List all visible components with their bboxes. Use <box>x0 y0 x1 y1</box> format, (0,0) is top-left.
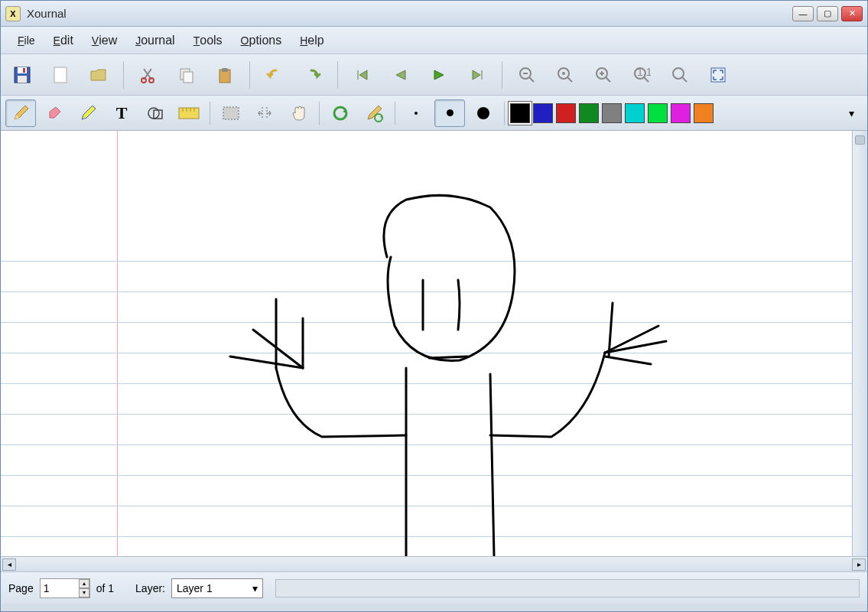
pencil-tool[interactable] <box>5 99 36 127</box>
go-prev-button[interactable] <box>384 60 418 90</box>
separator <box>319 102 320 125</box>
menu-file[interactable]: File <box>8 31 44 50</box>
color-green[interactable] <box>579 103 599 123</box>
page-total: of 1 <box>96 582 114 594</box>
menu-help[interactable]: Help <box>291 31 333 50</box>
fullscreen-button[interactable] <box>701 60 735 90</box>
cut-button[interactable] <box>132 60 165 90</box>
statusbar: Page ▴ ▾ of 1 Layer: Layer 1 ▾ <box>1 571 867 604</box>
ruler-tool[interactable] <box>174 99 204 127</box>
svg-rect-34 <box>223 107 239 119</box>
color-blue[interactable] <box>533 103 553 123</box>
color-gray[interactable] <box>602 103 622 123</box>
page-up-button[interactable]: ▴ <box>79 579 89 588</box>
svg-point-24 <box>673 68 684 79</box>
color-orange[interactable] <box>694 103 714 123</box>
zoom-in-button[interactable] <box>587 60 620 90</box>
svg-point-37 <box>334 107 346 119</box>
color-red[interactable] <box>556 103 576 123</box>
eraser-tool[interactable] <box>39 99 70 127</box>
svg-line-40 <box>429 356 467 358</box>
svg-rect-2 <box>23 68 25 73</box>
svg-point-16 <box>562 72 565 75</box>
menu-edit[interactable]: Edit <box>44 31 83 50</box>
highlighter-tool[interactable] <box>73 99 103 127</box>
dot-medium[interactable] <box>434 99 465 127</box>
layer-selector[interactable]: Layer 1 ▾ <box>171 578 263 598</box>
scrollbar-thumb[interactable] <box>855 135 865 145</box>
page-down-button[interactable]: ▾ <box>79 588 89 597</box>
dot-large[interactable] <box>468 99 499 127</box>
svg-line-12 <box>529 77 534 82</box>
minimize-button[interactable]: — <box>792 6 814 21</box>
save-button[interactable] <box>5 60 39 90</box>
refresh-button[interactable] <box>325 99 356 127</box>
horizontal-scrollbar[interactable]: ◂ ▸ <box>1 556 867 571</box>
zoom-reset-button[interactable] <box>548 60 582 90</box>
separator <box>395 102 395 125</box>
toolbar-tools: T ▾ <box>1 96 867 131</box>
redo-button[interactable] <box>296 60 330 90</box>
shape-tool[interactable] <box>140 99 171 127</box>
canvas-area <box>1 131 867 556</box>
select-rect-tool[interactable] <box>216 99 246 127</box>
svg-rect-1 <box>18 67 27 73</box>
svg-line-25 <box>682 77 687 82</box>
menu-journal[interactable]: Journal <box>126 31 184 50</box>
color-lime[interactable] <box>648 103 668 123</box>
dropdown-arrow-icon: ▾ <box>252 582 258 594</box>
hand-tool[interactable] <box>283 99 314 127</box>
paste-button[interactable] <box>208 60 242 90</box>
default-pen-button[interactable] <box>359 99 389 127</box>
undo-button[interactable] <box>258 60 291 90</box>
close-button[interactable]: ✕ <box>841 6 863 21</box>
go-first-button[interactable] <box>346 60 379 90</box>
color-black[interactable] <box>510 103 530 123</box>
menu-tools[interactable]: Tools <box>184 31 232 50</box>
maximize-button[interactable]: ▢ <box>817 6 838 21</box>
svg-rect-29 <box>179 108 199 119</box>
separator <box>502 61 502 89</box>
layer-label: Layer: <box>135 582 165 594</box>
separator <box>504 102 505 125</box>
page-spinner: ▴ ▾ <box>79 579 89 597</box>
svg-rect-8 <box>184 72 193 83</box>
color-cyan[interactable] <box>625 103 645 123</box>
copy-button[interactable] <box>170 60 203 90</box>
toolbar-main: 1:1 <box>1 54 867 96</box>
titlebar: X Xournal — ▢ ✕ <box>1 1 867 27</box>
separator <box>337 61 338 89</box>
zoom-100-button[interactable]: 1:1 <box>625 60 658 90</box>
svg-line-18 <box>606 77 610 82</box>
layer-value: Layer 1 <box>177 582 213 594</box>
toolbar-overflow[interactable]: ▾ <box>840 102 863 125</box>
zoom-out-button[interactable] <box>510 60 544 90</box>
menu-view[interactable]: View <box>83 31 126 50</box>
drawing-canvas[interactable] <box>1 131 852 556</box>
open-button[interactable] <box>82 60 115 90</box>
page-number-input[interactable] <box>41 579 79 597</box>
dot-small[interactable] <box>401 99 431 127</box>
text-tool[interactable]: T <box>106 99 137 127</box>
scroll-right-arrow[interactable]: ▸ <box>852 558 866 571</box>
scroll-left-arrow[interactable]: ◂ <box>2 558 16 571</box>
separator <box>249 61 250 89</box>
vertical-scrollbar[interactable] <box>852 131 867 556</box>
svg-line-49 <box>605 356 651 364</box>
scrollbar-track[interactable] <box>18 559 850 570</box>
svg-rect-10 <box>222 68 228 72</box>
new-page-button[interactable] <box>44 60 77 90</box>
color-magenta[interactable] <box>671 103 691 123</box>
go-last-button[interactable] <box>460 60 494 90</box>
user-drawing <box>1 131 852 556</box>
menu-options[interactable]: Options <box>232 31 291 50</box>
zoom-fit-button[interactable] <box>663 60 697 90</box>
svg-rect-26 <box>711 68 725 82</box>
menubar: File Edit View Journal Tools Options Hel… <box>1 27 867 54</box>
select-vert-tool[interactable] <box>249 99 280 127</box>
svg-text:1:1: 1:1 <box>637 66 651 78</box>
svg-rect-3 <box>18 76 27 83</box>
status-empty <box>275 579 860 597</box>
go-next-button[interactable] <box>422 60 456 90</box>
app-icon: X <box>5 6 21 21</box>
